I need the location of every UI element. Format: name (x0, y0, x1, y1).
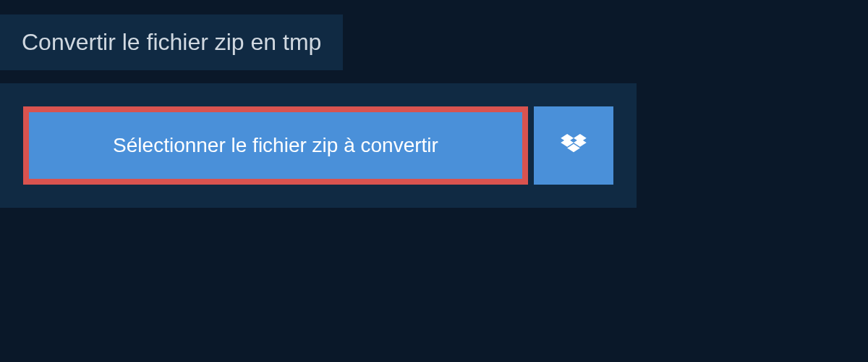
upload-panel: Sélectionner le fichier zip à convertir (0, 83, 637, 208)
tab-label: Convertir le fichier zip en tmp (22, 29, 321, 55)
tab-convert-zip-tmp[interactable]: Convertir le fichier zip en tmp (0, 14, 343, 70)
select-file-label: Sélectionner le fichier zip à convertir (113, 134, 438, 157)
dropbox-icon (561, 134, 587, 157)
select-file-button[interactable]: Sélectionner le fichier zip à convertir (23, 106, 528, 185)
tab-bar: Convertir le fichier zip en tmp (0, 14, 868, 70)
dropbox-upload-button[interactable] (534, 106, 613, 185)
